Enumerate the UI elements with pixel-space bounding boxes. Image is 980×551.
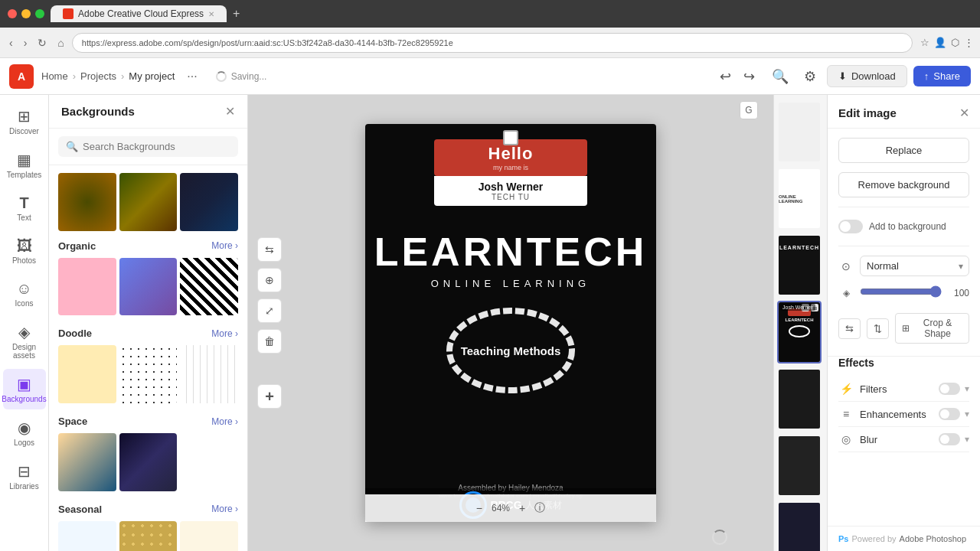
- enhancements-expand-icon[interactable]: ▾: [965, 409, 969, 419]
- opacity-slider[interactable]: [860, 285, 942, 298]
- sidebar-item-text[interactable]: T Text: [3, 188, 46, 228]
- zoom-to-fit-btn[interactable]: ⊕: [257, 268, 282, 292]
- zoom-in-btn[interactable]: +: [519, 502, 525, 514]
- add-to-bg-toggle[interactable]: [838, 220, 863, 233]
- sidebar-item-templates[interactable]: ▦ Templates: [3, 145, 46, 185]
- extensions-icon[interactable]: ⬡: [951, 37, 959, 48]
- bg-thumb-doodle3[interactable]: [180, 345, 238, 403]
- canvas-document[interactable]: Hello my name is Josh Werner TECH TU LEA…: [365, 124, 656, 522]
- tab-close-btn[interactable]: ✕: [208, 10, 214, 18]
- opacity-row: ◈ 100: [838, 285, 969, 301]
- sidebar-item-backgrounds[interactable]: ▣ Backgrounds: [3, 369, 46, 409]
- thumbnail-6[interactable]: [777, 435, 822, 497]
- redo-btn[interactable]: ↪: [739, 64, 760, 90]
- delete-btn[interactable]: 🗑: [257, 329, 282, 354]
- new-tab-btn[interactable]: +: [233, 7, 240, 21]
- sidebar-item-libraries[interactable]: ⊟ Libraries: [3, 456, 46, 497]
- tab-favicon: [63, 8, 74, 19]
- section-doodle-more[interactable]: More ›: [211, 328, 238, 339]
- back-btn[interactable]: ‹: [6, 34, 16, 52]
- maximize-window-btn[interactable]: [35, 9, 44, 18]
- search-tool-btn[interactable]: 🔍: [767, 64, 793, 90]
- thumbnail-3[interactable]: LEARNTECH: [777, 234, 822, 296]
- sidebar-item-photos[interactable]: 🖼 Photos: [3, 231, 46, 271]
- home-btn[interactable]: ⌂: [54, 34, 67, 52]
- close-window-btn[interactable]: [8, 9, 17, 18]
- bg-thumb-organic2[interactable]: [119, 258, 178, 316]
- sidebar-item-design-assets[interactable]: ◈ Design assets: [3, 317, 46, 366]
- panel-close-btn[interactable]: ✕: [225, 104, 235, 119]
- undo-btn[interactable]: ↩: [715, 64, 736, 90]
- bg-thumb-top2[interactable]: [119, 173, 178, 231]
- share-btn[interactable]: ↑ Share: [913, 66, 971, 86]
- minimize-window-btn[interactable]: [21, 9, 31, 18]
- add-element-btn[interactable]: +: [257, 384, 282, 409]
- bg-thumb-space1[interactable]: [58, 433, 116, 491]
- crop-shape-btn[interactable]: ⊞ Crop & Shape: [895, 313, 969, 344]
- section-seasonal-more[interactable]: More ›: [211, 504, 238, 514]
- download-btn[interactable]: ⬇ Download: [827, 65, 907, 87]
- sidebar-item-discover[interactable]: ⊞ Discover: [3, 101, 46, 142]
- settings-btn[interactable]: ⚙: [799, 64, 821, 90]
- bg-thumb-seasonal3[interactable]: [180, 521, 238, 551]
- sidebar-item-design-assets-label: Design assets: [8, 343, 41, 360]
- forward-btn[interactable]: ›: [21, 34, 31, 52]
- blend-mode-select[interactable]: Normal Multiply Screen Overlay: [860, 256, 969, 276]
- bg-thumb-doodle1[interactable]: [58, 345, 116, 403]
- blur-toggle[interactable]: [939, 433, 960, 445]
- flip-vertical-btn[interactable]: ⇅: [867, 318, 889, 339]
- breadcrumb-projects[interactable]: Projects: [80, 70, 116, 82]
- flip-horizontal-btn[interactable]: ⇆: [838, 318, 861, 339]
- window-controls[interactable]: [8, 9, 44, 18]
- swap-horizontal-btn[interactable]: ⇆: [257, 237, 282, 262]
- bg-thumb-organic1[interactable]: [58, 258, 116, 316]
- search-input-wrap[interactable]: 🔍: [58, 136, 238, 157]
- bg-thumb-organic3[interactable]: [180, 258, 238, 316]
- bg-thumb-seasonal1[interactable]: [58, 521, 116, 551]
- section-organic-more[interactable]: More ›: [211, 240, 238, 251]
- name-badge[interactable]: Hello my name is Josh Werner TECH TU: [434, 139, 587, 206]
- browser-tab[interactable]: Adobe Creative Cloud Express ✕: [51, 5, 227, 22]
- filters-expand-icon[interactable]: ▾: [965, 383, 969, 394]
- reload-btn[interactable]: ↻: [34, 34, 50, 52]
- search-input[interactable]: [83, 141, 230, 152]
- sidebar-item-icons[interactable]: ☺ Icons: [3, 274, 46, 314]
- replace-btn[interactable]: Replace: [838, 138, 969, 163]
- thumbnail-4[interactable]: ⏹ ⊞ Josh Werner LEARNTECH: [777, 301, 822, 363]
- enhancements-toggle[interactable]: [939, 408, 960, 420]
- remove-bg-btn[interactable]: Remove background: [838, 172, 969, 197]
- zoom-out-btn[interactable]: −: [476, 502, 482, 514]
- canvas-subtitle[interactable]: ONLINE LEARNING: [431, 278, 590, 289]
- doodle-grid: [58, 345, 238, 403]
- sidebar-item-logos[interactable]: ◉ Logos: [3, 412, 46, 453]
- bg-thumb-seasonal2[interactable]: [119, 521, 178, 551]
- canvas-circle-area[interactable]: Teaching Methods: [442, 305, 580, 396]
- resize-btn[interactable]: ⤢: [257, 298, 282, 323]
- effect-filters-left: ⚡ Filters: [838, 381, 887, 396]
- breadcrumb-home[interactable]: Home: [41, 70, 68, 82]
- zoom-info-btn[interactable]: ⓘ: [534, 501, 545, 515]
- thumb-inner-7: +: [779, 503, 820, 551]
- bg-thumb-top3[interactable]: [180, 173, 238, 231]
- badge-name-text: Josh Werner: [449, 181, 572, 193]
- bookmark-icon[interactable]: ☆: [920, 37, 929, 48]
- bg-thumb-top1[interactable]: [58, 173, 116, 231]
- effects-title: Effects: [838, 357, 969, 369]
- thumb-inner-2: ONLINE LEARNING: [779, 169, 820, 228]
- sidebar-item-libraries-label: Libraries: [9, 482, 38, 491]
- bg-thumb-space2[interactable]: [119, 433, 178, 491]
- right-panel-close-btn[interactable]: ✕: [959, 106, 969, 120]
- thumbnail-2[interactable]: ONLINE LEARNING: [777, 168, 822, 230]
- menu-icon[interactable]: ⋮: [964, 37, 974, 48]
- canvas-main-title[interactable]: LEARNTECH: [374, 229, 648, 275]
- address-bar[interactable]: https://express.adobe.com/sp/design/post…: [72, 33, 913, 53]
- section-space-more[interactable]: More ›: [211, 416, 238, 427]
- more-options-btn[interactable]: ···: [182, 68, 201, 85]
- bg-thumb-doodle2[interactable]: [119, 345, 178, 403]
- thumbnail-5[interactable]: [777, 368, 822, 430]
- profile-icon[interactable]: 👤: [934, 37, 946, 48]
- filters-toggle[interactable]: [939, 383, 960, 395]
- blur-expand-icon[interactable]: ▾: [965, 434, 969, 445]
- thumbnail-1[interactable]: [777, 101, 822, 163]
- thumbnail-7[interactable]: +: [777, 501, 822, 551]
